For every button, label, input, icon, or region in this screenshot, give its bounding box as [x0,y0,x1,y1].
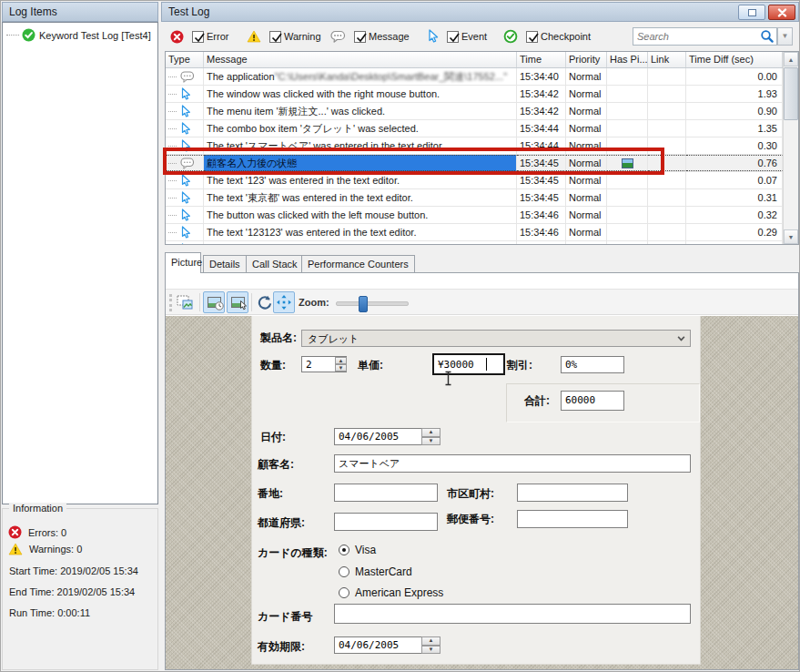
tab-call-stack[interactable]: Call Stack [246,255,304,273]
message-checkbox[interactable] [354,31,366,43]
warning-icon [8,543,23,555]
cursor-icon [180,105,191,118]
message-icon [180,158,195,169]
link-cell [648,120,686,137]
table-row[interactable]: The application "C:\Users\Kanda\Desktop\… [166,68,798,86]
information-title: Information [9,503,66,514]
table-row[interactable]: The button was clicked with the left mou… [166,241,798,245]
table-row[interactable]: The text '123' was entered in the text e… [166,172,798,189]
time-diff-cell: 1.93 [686,86,783,102]
save-picture-button[interactable] [174,291,196,313]
log-items-panel-header[interactable]: Log Items [2,2,158,22]
save-picture-icon [177,295,194,310]
error-checkbox[interactable] [192,31,204,43]
checkpoint-checkbox[interactable] [526,31,538,43]
date-field: 04/06/2005 [334,428,422,445]
table-row[interactable]: The button was clicked with the left mou… [166,207,798,224]
log-items-tree: Keyword Test Log [Test4] [2,22,158,504]
column-header-type[interactable]: Type [166,52,204,67]
column-header-time[interactable]: Time [517,52,566,67]
search-icon[interactable] [760,29,775,44]
restore-icon [748,9,756,16]
time-cell: 15:34:46 [517,207,566,223]
event-checkbox[interactable] [447,31,459,43]
filter-label: Warning [284,31,321,42]
cursor-icon [180,191,191,205]
toolbar-separator [199,293,200,311]
radio-icon [339,545,349,555]
zoom-slider[interactable] [336,301,409,306]
street-field [334,484,438,502]
time-diff-cell: 0.31 [686,189,783,206]
message-cell: The window was clicked with the right mo… [204,86,517,102]
close-button[interactable] [768,5,795,20]
message-cell: 顧客名入力後の状態 [204,155,517,171]
search-options-dropdown[interactable]: ▼ [777,27,793,46]
message-cell: The button was clicked with the left mou… [204,207,517,223]
zoom-slider-thumb[interactable] [359,296,368,312]
vertical-scrollbar[interactable]: ▲ ▼ [783,52,798,244]
column-header-link[interactable]: Link [648,52,686,67]
table-row[interactable]: 顧客名入力後の状態 15:34:45 Normal 0.76 [166,155,798,172]
tab-performance-counters[interactable]: Performance Counters [301,255,415,273]
scrollbar-thumb[interactable] [784,67,798,120]
cursor-icon [180,243,191,246]
time-diff-cell: 0.07 [686,172,783,188]
message-cell: The button was clicked with the left mou… [204,241,517,245]
link-cell [648,241,686,245]
column-header-message[interactable]: Message [204,52,517,67]
tree-item-keyword-test-log[interactable]: Keyword Test Log [Test4] [6,28,151,42]
show-mouse-pointer-button[interactable] [227,291,248,313]
search-input[interactable] [633,31,760,42]
has-picture-cell [607,155,648,171]
scroll-up-button[interactable]: ▲ [784,52,798,66]
test-log-window: Log Items Keyword Test Log [Test4] Infor… [0,0,800,672]
message-icon [330,30,346,43]
tree-connector [168,215,177,216]
cursor-icon [180,226,191,239]
message-cell: The text '123123' was entered in the tex… [204,224,517,240]
type-cell [166,241,204,245]
time-diff-cell: 0.00 [686,68,783,85]
tab-picture[interactable]: Picture [165,252,201,273]
priority-cell: Normal [566,207,607,223]
column-header-priority[interactable]: Priority [566,52,607,67]
time-cell: 15:34:44 [517,120,566,137]
has-picture-cell [607,137,648,154]
success-check-icon [22,28,35,42]
table-row[interactable]: The menu item '新規注文...' was clicked. 15:… [166,103,798,120]
table-row[interactable]: The combo box item 'タブレット' was selected.… [166,120,798,137]
toolbar-separator [251,293,252,311]
toolbar-grip[interactable] [169,294,172,311]
city-field [517,484,628,502]
scroll-down-button[interactable]: ▼ [784,229,798,244]
message-cell: The text 'スマートベア' was entered in the tex… [204,137,517,154]
table-row[interactable]: The text '123123' was entered in the tex… [166,224,798,241]
cursor-icon [180,209,191,222]
prefecture-label: 都道府県: [258,515,305,531]
auto-hide-button[interactable] [738,5,765,20]
test-log-panel-header[interactable]: Test Log [161,2,799,22]
fit-to-window-button[interactable] [273,291,295,313]
total-label: 合計: [524,393,550,409]
cursor-icon [180,174,191,188]
type-cell [166,103,204,119]
table-row[interactable]: The text 'スマートベア' was entered in the tex… [166,137,798,155]
has-picture-cell [607,189,648,206]
table-row[interactable]: The window was clicked with the right mo… [166,86,798,103]
message-cell: The text '東京都' was entered in the text e… [204,189,517,206]
link-cell [648,207,686,223]
priority-cell: Normal [566,224,607,240]
tab-details[interactable]: Details [203,255,247,273]
type-cell [166,224,204,240]
message-icon [180,71,195,83]
show-update-rectangle-button[interactable] [203,291,225,313]
table-body: The application "C:\Users\Kanda\Desktop\… [166,68,798,245]
warning-checkbox[interactable] [269,31,281,43]
column-header-has-picture[interactable]: Has Pi... [607,52,648,67]
message-cell: The text '123' was entered in the text e… [204,172,517,188]
table-row[interactable]: The text '東京都' was entered in the text e… [166,189,798,207]
time-cell: 15:34:44 [517,137,566,154]
checkpoint-icon [503,29,518,44]
column-header-time-diff[interactable]: Time Diff (sec) [686,52,783,67]
